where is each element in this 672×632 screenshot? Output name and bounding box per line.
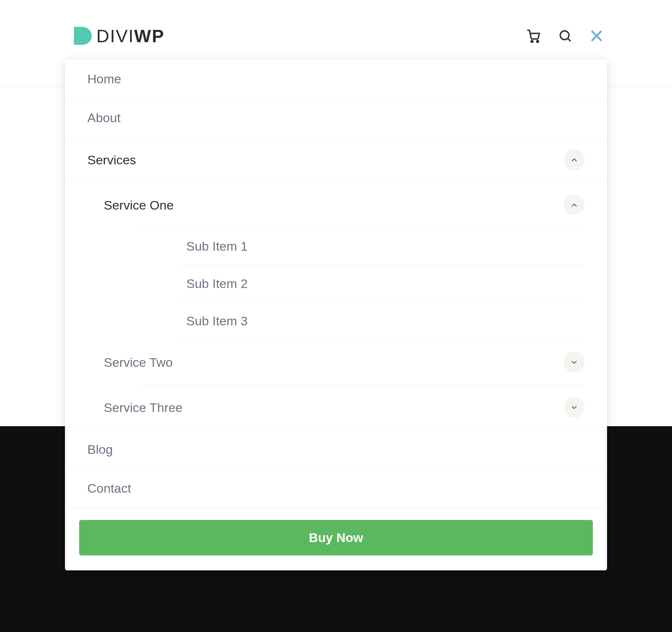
menu-label: Sub Item 2: [186, 276, 248, 291]
svg-line-3: [568, 38, 570, 41]
chevron-down-icon: [570, 358, 578, 366]
menu-item-service-two[interactable]: Service Two: [65, 340, 607, 385]
menu-item-service-one[interactable]: Service One: [65, 183, 607, 227]
menu-label: About: [87, 111, 121, 125]
site-logo[interactable]: DIVIWP: [67, 22, 165, 49]
menu-label: Service One: [104, 198, 174, 213]
cart-icon[interactable]: [526, 28, 542, 44]
menu-item-service-three[interactable]: Service Three: [65, 385, 607, 430]
menu-item-services[interactable]: Services: [65, 137, 607, 183]
close-icon[interactable]: [588, 28, 605, 44]
chevron-up-icon: [570, 156, 578, 164]
svg-point-0: [531, 41, 533, 43]
menu-item-sub-2[interactable]: Sub Item 2: [65, 265, 607, 302]
menu-label: Service Two: [104, 355, 173, 370]
menu-label: Blog: [87, 442, 113, 457]
chevron-down-icon: [570, 403, 578, 412]
menu-label: Home: [87, 72, 121, 86]
expand-toggle[interactable]: [564, 397, 585, 418]
menu-label: Service Three: [104, 400, 183, 415]
cta-row: Buy Now: [65, 508, 607, 570]
menu-label: Sub Item 1: [186, 239, 248, 253]
menu-label: Contact: [87, 481, 131, 496]
menu-label: Sub Item 3: [186, 314, 248, 328]
buy-now-button[interactable]: Buy Now: [79, 520, 593, 555]
header-actions: [526, 28, 605, 44]
menu-label: Services: [87, 153, 136, 167]
site-header: DIVIWP: [67, 22, 605, 49]
search-icon[interactable]: [557, 28, 573, 44]
collapse-toggle[interactable]: [564, 149, 585, 170]
menu-item-blog[interactable]: Blog: [65, 430, 607, 469]
mobile-menu-dropdown: Home About Services Service One Sub Item…: [65, 60, 607, 570]
expand-toggle[interactable]: [564, 352, 585, 373]
logo-text: DIVIWP: [96, 26, 165, 46]
menu-item-contact[interactable]: Contact: [65, 469, 607, 508]
menu-item-home[interactable]: Home: [65, 60, 607, 99]
logo-mark-icon: [67, 22, 94, 49]
menu-item-sub-3[interactable]: Sub Item 3: [65, 303, 607, 340]
menu-item-about[interactable]: About: [65, 99, 607, 137]
collapse-toggle[interactable]: [564, 195, 585, 216]
menu-item-sub-1[interactable]: Sub Item 1: [65, 228, 607, 265]
svg-point-1: [537, 41, 539, 43]
chevron-up-icon: [570, 201, 578, 209]
button-label: Buy Now: [309, 530, 363, 545]
